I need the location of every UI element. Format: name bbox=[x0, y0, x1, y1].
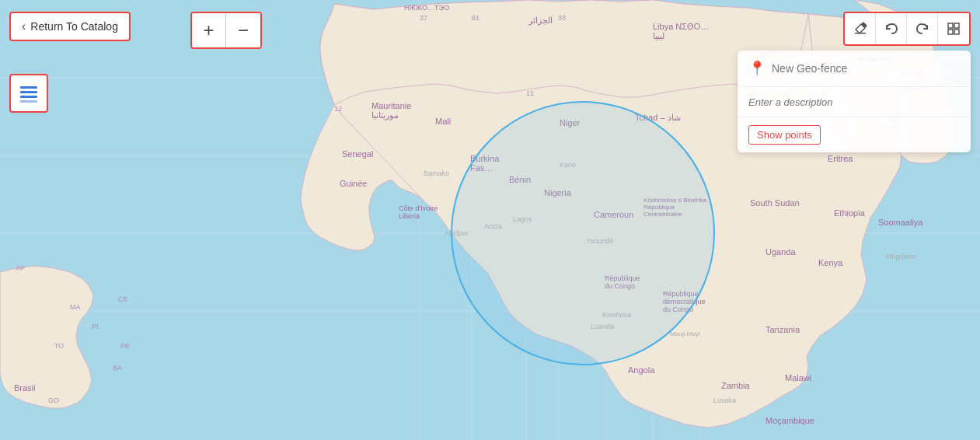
redo-button[interactable] bbox=[907, 13, 938, 44]
svg-rect-18 bbox=[954, 23, 959, 28]
undo-icon bbox=[884, 22, 898, 36]
svg-rect-13 bbox=[20, 91, 37, 93]
pin-icon: 📍 bbox=[748, 60, 766, 77]
geofence-name-row: 📍 bbox=[738, 51, 971, 87]
svg-rect-15 bbox=[20, 100, 37, 103]
zoom-out-button[interactable]: − bbox=[226, 13, 260, 47]
svg-rect-14 bbox=[20, 96, 37, 98]
svg-rect-20 bbox=[954, 30, 959, 34]
chevron-left-icon: ‹ bbox=[22, 19, 26, 33]
undo-button[interactable] bbox=[876, 13, 907, 44]
drawing-toolbar bbox=[843, 12, 971, 46]
geofence-description-row bbox=[738, 87, 971, 117]
geofence-panel: 📍 Show points bbox=[738, 51, 971, 152]
layer-icon bbox=[18, 82, 40, 104]
show-points-button[interactable]: Show points bbox=[748, 125, 821, 145]
edit-icon bbox=[853, 22, 867, 36]
svg-rect-19 bbox=[948, 30, 953, 34]
svg-rect-12 bbox=[20, 86, 37, 89]
redo-icon bbox=[915, 22, 929, 36]
edit-tool-button[interactable] bbox=[845, 13, 876, 44]
layer-toggle-button[interactable] bbox=[9, 74, 48, 113]
return-to-catalog-button[interactable]: ‹ Return To Catalog bbox=[9, 12, 131, 41]
geofence-name-input[interactable] bbox=[772, 62, 960, 75]
svg-rect-17 bbox=[948, 23, 953, 28]
geofence-description-input[interactable] bbox=[748, 96, 960, 108]
grid-button[interactable] bbox=[938, 13, 969, 44]
show-points-row: Show points bbox=[738, 117, 971, 152]
zoom-controls: + − bbox=[190, 12, 262, 49]
zoom-in-button[interactable]: + bbox=[192, 13, 226, 47]
grid-icon bbox=[947, 22, 961, 36]
